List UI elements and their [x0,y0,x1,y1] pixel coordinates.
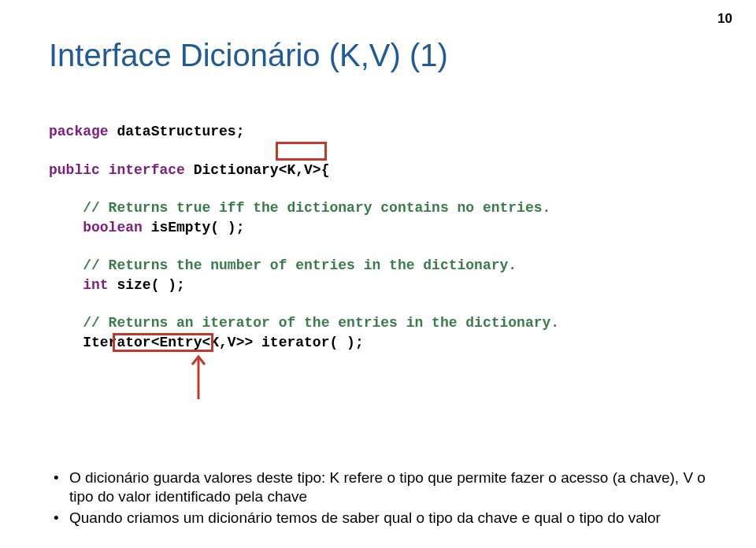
code-keyword: int [83,277,108,293]
highlight-box-generics [276,142,327,161]
code-text: size( ); [109,277,185,293]
arrow-icon [189,354,208,401]
code-comment: // Returns the number of entries in the … [83,257,517,273]
code-text: Dictionary<K,V>{ [185,162,330,178]
code-comment: // Returns an iterator of the entries in… [83,315,559,331]
code-text: dataStructures; [109,124,245,139]
code-keyword: interface [109,162,185,178]
bullet-list: O dicionário guarda valores deste tipo: … [49,468,707,528]
code-text: Iterator<Entry<K,V>> iterator( ); [83,335,363,350]
code-keyword: package [49,124,109,139]
bullet-item: O dicionário guarda valores deste tipo: … [54,468,707,506]
slide-title: Interface Dicionário (K,V) (1) [49,38,707,73]
bullet-item: Quando criamos um dicionário temos de sa… [54,509,707,528]
page-number: 10 [717,11,732,27]
code-keyword: boolean [83,220,143,235]
code-text: isEmpty( ); [143,220,245,235]
code-block: package dataStructures; public interface… [49,103,707,409]
code-comment: // Returns true iff the dictionary conta… [83,200,550,216]
code-keyword: public [49,162,100,178]
